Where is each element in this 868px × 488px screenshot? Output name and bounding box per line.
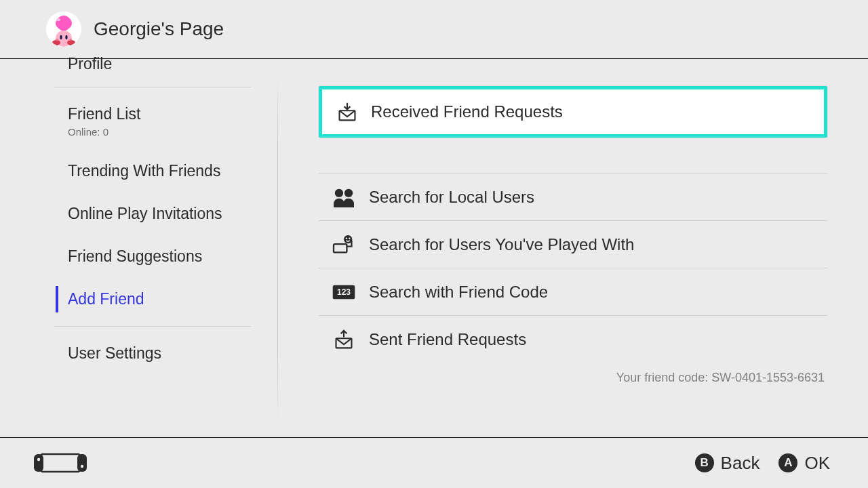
outbox-upload-icon <box>330 328 358 351</box>
controller-icon[interactable] <box>34 453 87 473</box>
divider <box>54 326 251 327</box>
received-friend-requests-button[interactable]: Received Friend Requests <box>319 86 827 138</box>
svg-point-10 <box>335 188 343 197</box>
svg-point-11 <box>344 188 353 197</box>
ok-button[interactable]: A OK <box>778 453 830 474</box>
svg-point-13 <box>344 235 352 243</box>
sidebar-item-label: Trending With Friends <box>68 162 220 180</box>
sidebar-item-label: Friend Suggestions <box>68 247 202 265</box>
two-people-icon <box>330 186 358 209</box>
svg-rect-12 <box>334 244 347 252</box>
svg-point-1 <box>56 18 60 21</box>
sidebar-item-user-settings[interactable]: User Settings <box>0 332 278 375</box>
sidebar-item-profile[interactable]: Profile <box>0 55 278 81</box>
sidebar-item-label: Profile <box>68 55 112 73</box>
avatar[interactable] <box>46 12 81 47</box>
button-label: OK <box>804 453 830 474</box>
b-button-icon: B <box>695 453 714 472</box>
sidebar-item-label: Friend List <box>68 105 140 123</box>
sidebar-item-label: Add Friend <box>68 290 144 308</box>
svg-rect-19 <box>41 454 80 472</box>
row-search-friend-code[interactable]: 123 Search with Friend Code <box>319 268 827 315</box>
sidebar-item-friend-suggestions[interactable]: Friend Suggestions <box>0 235 278 278</box>
button-label: Back <box>721 453 760 474</box>
sidebar-item-online-play-invitations[interactable]: Online Play Invitations <box>0 192 278 235</box>
sidebar-item-friend-list[interactable]: Friend List Online: 0 <box>0 93 278 150</box>
played-with-icon <box>330 233 358 256</box>
footer: B Back A OK <box>0 437 868 488</box>
main-panel: Received Friend Requests Search for Loca… <box>278 59 868 437</box>
svg-point-8 <box>69 39 73 41</box>
divider <box>54 87 251 87</box>
svg-point-22 <box>37 458 40 461</box>
row-label: Search with Friend Code <box>369 283 548 302</box>
card-label: Received Friend Requests <box>371 102 563 121</box>
svg-text:123: 123 <box>337 287 351 297</box>
row-label: Sent Friend Requests <box>369 330 526 349</box>
a-button-icon: A <box>778 453 797 472</box>
svg-point-5 <box>60 35 62 39</box>
svg-rect-20 <box>34 454 43 472</box>
friend-code-icon: 123 <box>330 281 358 304</box>
header: Georgie's Page <box>0 0 868 59</box>
sidebar-item-trending[interactable]: Trending With Friends <box>0 150 278 192</box>
back-button[interactable]: B Back <box>695 453 760 474</box>
row-search-played-with[interactable]: Search for Users You've Played With <box>319 220 827 268</box>
svg-point-23 <box>81 465 83 468</box>
sidebar: Profile Friend List Online: 0 Trending W… <box>0 59 278 437</box>
sidebar-item-label: User Settings <box>68 344 161 362</box>
sidebar-item-sublabel: Online: 0 <box>68 126 278 138</box>
svg-rect-21 <box>77 454 87 472</box>
svg-point-7 <box>56 39 59 41</box>
sidebar-item-label: Online Play Invitations <box>68 205 222 222</box>
row-label: Search for Users You've Played With <box>369 235 634 254</box>
row-sent-friend-requests[interactable]: Sent Friend Requests <box>319 315 827 363</box>
svg-point-14 <box>346 237 347 239</box>
sidebar-item-add-friend[interactable]: Add Friend <box>0 278 278 321</box>
svg-point-15 <box>349 237 350 239</box>
friend-code-text: Your friend code: SW-0401-1553-6631 <box>319 371 827 385</box>
row-label: Search for Local Users <box>369 188 534 207</box>
inbox-download-icon <box>336 100 359 123</box>
svg-point-6 <box>65 35 67 39</box>
page-title: Georgie's Page <box>94 18 224 40</box>
row-search-local-users[interactable]: Search for Local Users <box>319 173 827 220</box>
